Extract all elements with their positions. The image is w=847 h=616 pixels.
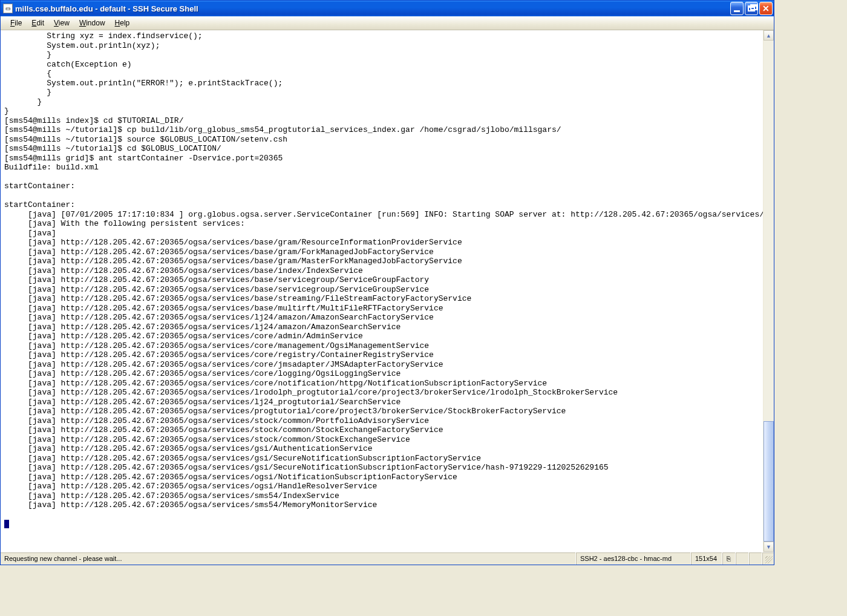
status-size: 151x54 [691,552,722,565]
blank-icon [740,554,744,563]
resize-grip[interactable] [762,552,774,565]
clipboard-icon: ⎘ [727,554,731,563]
menu-bar: File Edit View Window Help [1,16,774,30]
status-protocol: SSH2 - aes128-cbc - hmac-md [576,552,691,565]
client-area: String xyz = index.findservice(); System… [1,30,774,552]
window-title: mills.cse.buffalo.edu - default - SSH Se… [15,4,198,13]
menu-help[interactable]: Help [110,18,135,28]
status-icon-2 [736,552,749,565]
terminal-output[interactable]: String xyz = index.findservice(); System… [1,30,763,552]
scroll-thumb[interactable] [764,421,774,542]
title-bar[interactable]: ▭ mills.cse.buffalo.edu - default - SSH … [1,1,774,16]
scroll-down-button[interactable]: ▼ [764,542,774,552]
app-icon: ▭ [3,4,13,13]
scroll-up-button[interactable]: ▲ [764,30,774,41]
status-bar: Requesting new channel - please wait... … [1,552,774,565]
minimize-button[interactable] [730,2,744,15]
scroll-track[interactable] [764,41,774,542]
menu-file[interactable]: File [5,18,27,28]
application-window: ▭ mills.cse.buffalo.edu - default - SSH … [0,0,774,565]
maximize-button[interactable] [745,2,758,15]
blank-icon-2 [753,554,757,563]
status-icon-3 [749,552,762,565]
vertical-scrollbar[interactable]: ▲ ▼ [763,30,774,552]
menu-window[interactable]: Window [74,18,110,28]
close-button[interactable]: ✕ [759,2,773,15]
status-icon-1: ⎘ [722,552,736,565]
menu-view[interactable]: View [49,18,74,28]
terminal-cursor [4,520,9,528]
status-message: Requesting new channel - please wait... [1,552,576,565]
menu-edit[interactable]: Edit [27,18,49,28]
